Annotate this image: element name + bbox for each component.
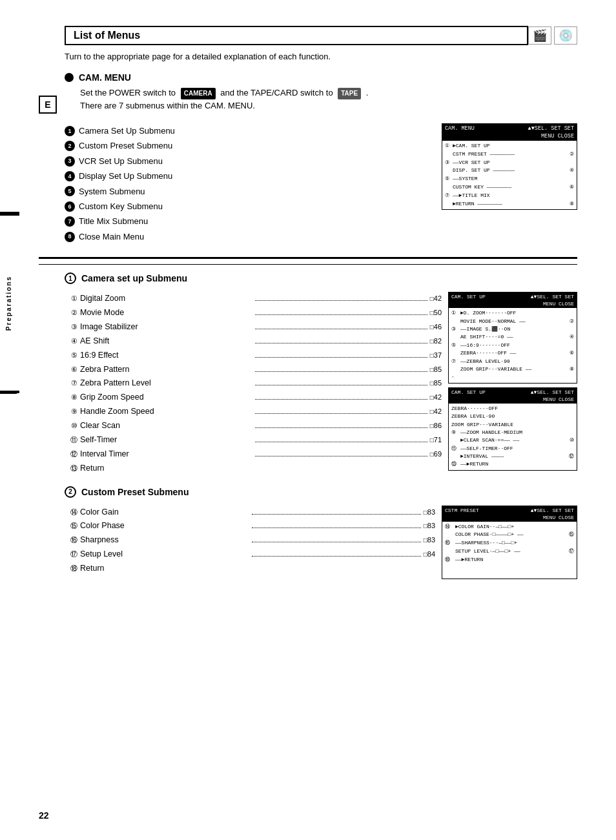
cam-menu-diagram: CAM. MENU ▲▼SEL. SET SET MENU CLOSE ① ►C… <box>442 123 577 244</box>
list-item: ⑦ Zebra Pattern Level 85 <box>65 376 442 391</box>
diagram-row: ZOOM GRIP···VARIABLE <box>449 421 577 429</box>
e-label: E <box>39 96 57 114</box>
diagram-row: ⑯ ——SHARPNESS···—□——□+ <box>442 539 577 548</box>
cam-menu-submenu-list: 1Camera Set Up Submenu 2Custom Preset Su… <box>65 123 429 244</box>
cam-menu-description: Set the POWER switch to CAMERA and the T… <box>80 87 577 114</box>
video-icon: 🎬 <box>528 26 551 45</box>
list-item: 2Custom Preset Submenu <box>65 138 429 153</box>
cam-menu-desc-line1: Set the POWER switch to CAMERA and the T… <box>80 87 577 100</box>
diagram-header2: MENU CLOSE <box>442 133 577 141</box>
cam-setup-diagram2: CAM. SET UP ▲▼SEL. SET SET MENU CLOSE ZE… <box>448 387 577 471</box>
diagram-row: ⑨ ——ZOOM HANDLE·MEDIUM <box>449 429 577 436</box>
camera-setup-heading: 1 Camera set up Submenu <box>65 272 577 284</box>
camera-badge: CAMERA <box>181 88 216 99</box>
diagram-row: ⑤ ——SYSTEM <box>442 175 577 183</box>
diagram-row: AE SHIFT····=0 —— ④ <box>449 333 577 341</box>
page-header: List of Menus 🎬 💿 <box>65 26 577 45</box>
diagram-row: CSTM PRESET ———————— ② <box>442 150 577 159</box>
section-divider-thin <box>39 264 577 265</box>
list-item: ③ Image Stabilizer 46 <box>65 320 442 334</box>
custom-preset-title: Custom Preset Submenu <box>81 487 189 497</box>
list-item: ⑫ Interval Timer 69 <box>65 447 442 462</box>
preparations-strip: Preparations <box>0 213 17 394</box>
list-item: 7Title Mix Submenu <box>65 214 429 229</box>
diagram-row: ① ►CAM. SET UP <box>442 142 577 150</box>
list-item: ② Movie Mode 50 <box>65 306 442 320</box>
camera-setup-title: Camera set up Submenu <box>81 273 187 283</box>
section-title: List of Menus <box>74 30 140 41</box>
diagram-row: ►CLEAR SCAN·==—— —— ⑩ <box>449 436 577 444</box>
diagram-row: CUSTOM KEY ———————— ⑥ <box>442 183 577 192</box>
prep-bottom-line <box>0 391 19 393</box>
diagram-row: ⑭ ►COLOR GAIN··—□——□+ <box>442 523 577 531</box>
diagram-row: ③ ——VCR SET UP <box>442 159 577 167</box>
diagram-row: ⑤ ——16:9·······OFF <box>449 342 577 349</box>
list-item: ⑥ Zebra Pattern 85 <box>65 363 442 377</box>
diagram-row: ⑬ ——►RETURN <box>449 460 577 468</box>
prep-top-line2 <box>0 214 19 216</box>
camera-setup-list: ① Digital Zoom 42 ② Movie Mode 50 ③ Imag… <box>65 292 442 475</box>
tape-badge: TAPE <box>338 88 361 99</box>
page-number: 22 <box>39 810 49 821</box>
diagram-row: COLOR PHASE·□————□+ —— ⑮ <box>442 531 577 539</box>
diagram-header: CAM. MENU ▲▼SEL. SET SET <box>442 124 577 133</box>
diagram-row: MOVIE MODE··NORMAL —— ② <box>449 318 577 325</box>
list-item: 5System Submenu <box>65 184 429 199</box>
diagram-row: ZOOM GRIP···VARIABLE —— ⑧ <box>449 365 577 373</box>
diagram-row: SETUP LEVEL·—□——□+ —— ⑰ <box>442 548 577 556</box>
camera-setup-area: ① Digital Zoom 42 ② Movie Mode 50 ③ Imag… <box>65 292 577 475</box>
list-item: 6Custom Key Submenu <box>65 199 429 214</box>
custom-preset-num: 2 <box>65 486 76 498</box>
diagram-row: ⑦ ——ZEBRA LEVEL·90 <box>449 358 577 365</box>
list-item: ① Digital Zoom 42 <box>65 292 442 306</box>
list-item: ⑨ Handle Zoom Speed 42 <box>65 405 442 419</box>
cam-setup-diagram1: CAM. SET UP ▲▼SEL. SET SET MENU CLOSE ① … <box>448 292 577 384</box>
disc-icon: 💿 <box>554 26 577 45</box>
diagram-row: ZEBRA·······OFF <box>449 405 577 413</box>
custom-preset-heading: 2 Custom Preset Submenu <box>65 486 577 498</box>
cam-menu-bullet <box>65 73 74 82</box>
custom-preset-area: ⑭ Color Gain 83 ⑮ Color Phase 83 ⑯ Sharp… <box>65 506 577 580</box>
diagram-row: DISP. SET UP ——————— ④ <box>442 167 577 175</box>
list-item: ⑩ Clear Scan 86 <box>65 419 442 433</box>
diagram-row: ►RETURN ———————— ⑧ <box>442 200 577 209</box>
list-item: ⑬ Return <box>65 462 442 476</box>
diagram-row: · <box>449 373 577 381</box>
cam-diagram-box: CAM. MENU ▲▼SEL. SET SET MENU CLOSE ① ►C… <box>442 123 577 210</box>
list-item: ⑤ 16:9 Effect 37 <box>65 349 442 363</box>
diagram-body: ① ►CAM. SET UP CSTM PRESET ———————— ② ③ … <box>442 141 577 209</box>
diagram-row: ZEBRA LEVEL·90 <box>449 413 577 420</box>
list-item: 8Close Main Menu <box>65 229 429 244</box>
list-item: ⑮ Color Phase 83 <box>65 519 435 533</box>
list-item: ⑭ Color Gain 83 <box>65 506 435 520</box>
list-item: ⑱ Return <box>65 562 435 576</box>
diagram-row: ⑪ ——SELF-TIMER··OFF <box>449 445 577 453</box>
list-item: ⑰ Setup Level 84 <box>65 548 435 562</box>
diagram-row: ZEBRA·······OFF —— ⑥ <box>449 349 577 357</box>
list-item: ④ AE Shift 82 <box>65 334 442 349</box>
list-item: ⑧ Grip Zoom Speed 42 <box>65 391 442 405</box>
list-item: 1Camera Set Up Submenu <box>65 123 429 138</box>
section-divider <box>39 257 577 259</box>
list-item: ⑪ Self-Timer 71 <box>65 433 442 447</box>
diagram-row: ►INTERVAL ———— ⑫ <box>449 453 577 460</box>
preparations-label: Preparations <box>5 276 12 331</box>
custom-preset-diagram: CSTM PRESET ▲▼SEL. SET SET MENU CLOSE ⑭ … <box>442 506 577 580</box>
cam-menu-desc-line2: There are 7 submenus within the CAM. MEN… <box>80 99 577 113</box>
diagram-row: ⑱ ——►RETURN <box>442 556 577 564</box>
custom-preset-list: ⑭ Color Gain 83 ⑮ Color Phase 83 ⑯ Sharp… <box>65 506 435 580</box>
diagram-row: ⑦ ——►TITLE MIX <box>442 192 577 200</box>
section-title-box: List of Menus <box>65 26 528 45</box>
header-icons: 🎬 💿 <box>528 26 577 45</box>
list-item: ⑯ Sharpness 83 <box>65 533 435 548</box>
cam-menu-title-text: CAM. MENU <box>79 72 131 83</box>
intro-text: Turn to the appropriate page for a detai… <box>65 50 577 63</box>
cam-menu-section: CAM. MENU <box>65 72 577 83</box>
diagram-row: ① ►D. ZOOM·······OFF <box>449 309 577 317</box>
camera-setup-diagrams: CAM. SET UP ▲▼SEL. SET SET MENU CLOSE ① … <box>448 292 577 475</box>
list-item: 3VCR Set Up Submenu <box>65 154 429 169</box>
diagram-row: ③ ——IMAGE S.⬛··ON <box>449 325 577 333</box>
camera-setup-num: 1 <box>65 272 76 284</box>
list-item: 4Display Set Up Submenu <box>65 169 429 183</box>
cam-menu-submenu-area: 1Camera Set Up Submenu 2Custom Preset Su… <box>65 123 577 244</box>
